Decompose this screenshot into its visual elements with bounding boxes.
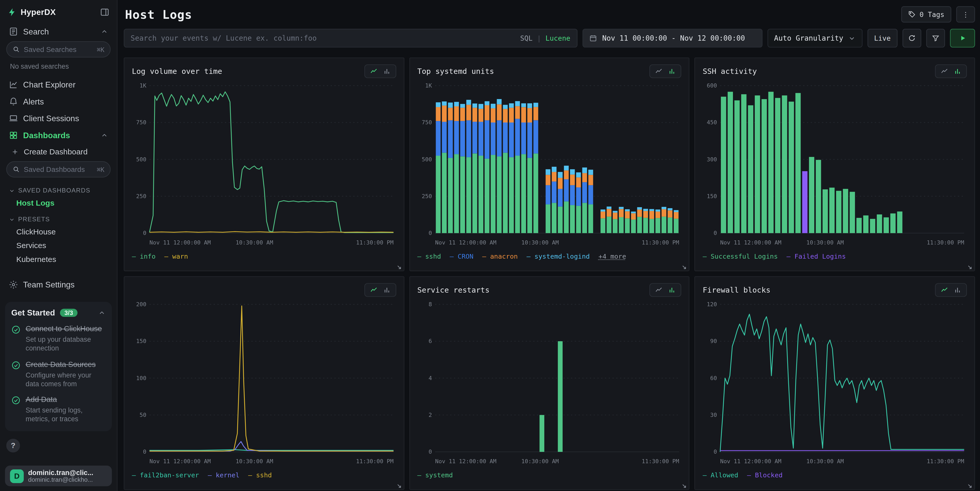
sidebar-item-client-sessions[interactable]: Client Sessions	[5, 110, 112, 127]
filter-icon	[932, 35, 939, 42]
legend-item[interactable]: — Successful Logins	[703, 253, 778, 260]
bar-chart-icon[interactable]	[383, 286, 390, 294]
svg-text:0: 0	[143, 448, 146, 455]
svg-text:11:30:00 PM: 11:30:00 PM	[641, 458, 679, 464]
legend-more-link[interactable]: +4 more	[598, 253, 627, 260]
sidebar-item-chart-explorer[interactable]: Chart Explorer	[5, 76, 112, 93]
resize-handle-icon[interactable]	[966, 483, 972, 489]
bar-chart-icon[interactable]	[954, 286, 961, 294]
sidebar-preset-clickhouse[interactable]: ClickHouse	[5, 225, 112, 238]
resize-handle-icon[interactable]	[395, 264, 401, 270]
live-button[interactable]: Live	[867, 29, 898, 48]
svg-text:11:30:00 PM: 11:30:00 PM	[356, 239, 394, 246]
svg-text:2: 2	[428, 412, 431, 418]
resize-handle-icon[interactable]	[966, 264, 972, 270]
legend-item[interactable]: — info	[132, 253, 156, 260]
legend-item[interactable]: — fail2ban-server	[132, 471, 199, 479]
get-started-step[interactable]: Add Data Start sending logs, metrics, or…	[11, 395, 106, 424]
legend-item[interactable]: — sshd	[248, 471, 272, 479]
svg-text:10:30:00 AM: 10:30:00 AM	[236, 239, 273, 246]
resize-handle-icon[interactable]	[681, 483, 687, 489]
get-started-step[interactable]: Connect to ClickHouse Set up your databa…	[11, 324, 106, 353]
legend-item[interactable]: — anacron	[482, 253, 518, 260]
search-logs-icon	[9, 27, 18, 36]
sql-toggle[interactable]: SQL	[520, 34, 533, 42]
legend-item[interactable]: — systemd-logind	[527, 253, 590, 260]
dashboard-grid: Log volume over time 1K7505002500Nov 11 …	[124, 57, 975, 490]
sidebar-preset-services[interactable]: Services	[5, 239, 112, 253]
chart-panel-log-volume: Log volume over time 1K7505002500Nov 11 …	[124, 57, 404, 271]
date-range-picker[interactable]: Nov 11 00:00:00 - Nov 12 00:00:00	[582, 29, 762, 48]
legend-item[interactable]: — systemd	[417, 471, 453, 479]
sidebar-item-alerts[interactable]: Alerts	[5, 93, 112, 110]
svg-text:450: 450	[707, 119, 717, 126]
lucene-toggle[interactable]: Lucene	[546, 34, 571, 42]
line-chart-icon[interactable]	[370, 67, 377, 75]
saved-dashboards-section-header[interactable]: SAVED DASHBOARDS	[5, 181, 112, 196]
chart-plot[interactable]: 6004503001500Nov 11 12:00:00 AM10:30:00 …	[703, 79, 967, 249]
line-chart-icon[interactable]	[655, 67, 663, 75]
legend-item[interactable]: — kernel	[208, 471, 239, 479]
more-menu-button[interactable]: ⋮	[956, 6, 975, 22]
chart-legend: — Allowed— Blocked	[703, 469, 967, 481]
chevron-up-icon[interactable]	[98, 309, 105, 316]
bar-chart-icon[interactable]	[954, 67, 961, 75]
chart-panel-top-systemd-units: Top systemd units 1K7505002500Nov 11 12:…	[409, 57, 690, 271]
line-chart-icon[interactable]	[940, 286, 948, 294]
svg-text:10:30:00 AM: 10:30:00 AM	[236, 458, 273, 464]
svg-text:600: 600	[707, 83, 717, 89]
bar-chart-icon[interactable]	[383, 67, 390, 75]
get-started-step[interactable]: Create Data Sources Configure where your…	[11, 360, 106, 388]
sidebar-item-label: Chart Explorer	[23, 80, 108, 89]
help-button[interactable]: ?	[6, 439, 20, 453]
svg-text:11:30:00 PM: 11:30:00 PM	[356, 458, 394, 464]
bar-chart-icon[interactable]	[668, 286, 676, 294]
user-menu[interactable]: D dominic.tran@clic... dominic.tran@clic…	[5, 466, 112, 486]
hyperdx-home-link[interactable]: HyperDX	[8, 8, 56, 17]
tags-button[interactable]: 0 Tags	[902, 6, 951, 22]
saved-searches-input[interactable]	[24, 46, 93, 53]
sidebar-item-label: Team Settings	[23, 280, 108, 289]
chart-plot[interactable]: 1K7505002500Nov 11 12:00:00 AM10:30:00 A…	[417, 79, 681, 249]
chart-plot[interactable]: 200150100500Nov 11 12:00:00 AM10:30:00 A…	[132, 298, 396, 468]
sidebar-item-search[interactable]: Search	[5, 23, 112, 40]
svg-text:120: 120	[707, 301, 717, 308]
resize-handle-icon[interactable]	[395, 483, 401, 489]
legend-item[interactable]: — CRON	[450, 253, 474, 260]
run-query-button[interactable]	[950, 29, 975, 48]
sidebar-item-label: Alerts	[23, 97, 108, 106]
svg-text:150: 150	[707, 193, 717, 199]
sidebar-item-dashboards[interactable]: Dashboards	[5, 127, 112, 144]
resize-handle-icon[interactable]	[681, 264, 687, 270]
shortcut-hint: ⌘K	[97, 46, 104, 53]
line-chart-icon[interactable]	[940, 67, 948, 75]
shortcut-hint: ⌘K	[97, 166, 104, 173]
legend-item[interactable]: — Blocked	[747, 471, 783, 479]
legend-item[interactable]: — sshd	[417, 253, 441, 260]
create-dashboard-button[interactable]: Create Dashboard	[5, 144, 112, 160]
sidebar-item-team-settings[interactable]: Team Settings	[5, 276, 112, 293]
saved-dashboards-input[interactable]	[24, 166, 93, 173]
presets-section-header[interactable]: PRESETS	[5, 210, 112, 225]
filter-button[interactable]	[926, 29, 945, 48]
line-chart-icon[interactable]	[370, 286, 377, 294]
event-search-input[interactable]	[131, 34, 515, 43]
chart-plot[interactable]: 86420Nov 11 12:00:00 AM10:30:00 AM11:30:…	[417, 298, 681, 468]
sidebar-collapse-icon[interactable]	[100, 8, 110, 17]
svg-text:50: 50	[140, 412, 146, 418]
sidebar-dashboard-host-logs[interactable]: Host Logs	[5, 196, 112, 210]
chart-plot[interactable]: 1K7505002500Nov 11 12:00:00 AM10:30:00 A…	[132, 79, 396, 249]
legend-item[interactable]: — warn	[164, 253, 188, 260]
line-chart-icon[interactable]	[655, 286, 663, 294]
step-desc: Start sending logs, metrics, or traces	[26, 406, 106, 424]
legend-item[interactable]: — Allowed	[703, 471, 738, 479]
bar-chart-icon[interactable]	[668, 67, 676, 75]
refresh-button[interactable]	[902, 29, 921, 48]
sidebar-preset-kubernetes[interactable]: Kubernetes	[5, 253, 112, 266]
legend-item[interactable]: — Failed Logins	[786, 253, 846, 260]
granularity-select[interactable]: Auto Granularity	[767, 29, 862, 48]
svg-text:11:30:00 PM: 11:30:00 PM	[927, 239, 964, 246]
sidebar-item-label: Search	[23, 27, 96, 36]
chart-plot[interactable]: 1209060300Nov 11 12:00:00 AM10:30:00 AM1…	[703, 298, 967, 468]
svg-text:4: 4	[428, 375, 431, 381]
